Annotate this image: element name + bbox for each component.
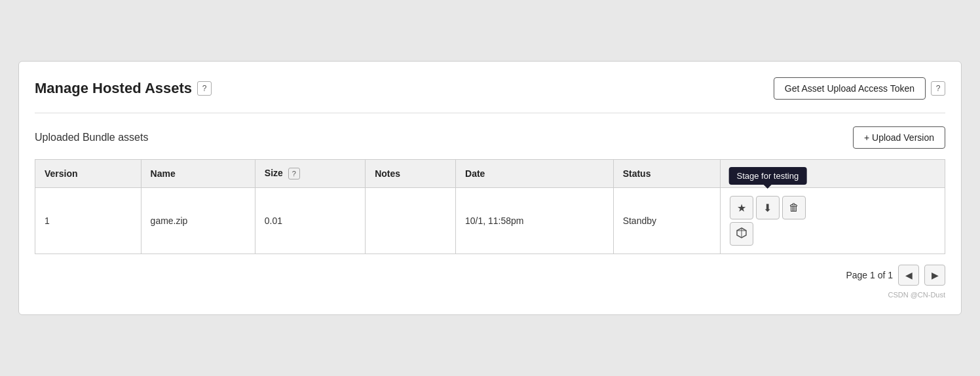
cell-date: 10/1, 11:58pm <box>456 188 614 254</box>
cell-actions: ★ ⬇ Stage for testing 🗑 <box>720 188 945 254</box>
header-divider <box>35 113 945 113</box>
token-help-icon[interactable]: ? <box>931 81 945 96</box>
page-title: Manage Hosted Assets <box>35 80 192 97</box>
assets-table: Version Name Size ? Notes Date Status <box>35 159 945 254</box>
section-title: Uploaded Bundle assets <box>35 132 148 143</box>
col-date: Date <box>456 160 614 188</box>
cell-name: game.zip <box>141 188 255 254</box>
upload-version-button[interactable]: + Upload Version <box>853 126 945 149</box>
col-status: Status <box>613 160 720 188</box>
table-header: Version Name Size ? Notes Date Status <box>35 160 945 188</box>
get-token-button[interactable]: Get Asset Upload Access Token <box>774 77 926 100</box>
star-button[interactable]: ★ <box>730 196 753 219</box>
watermark: CSDN @CN-Dust <box>35 291 945 299</box>
prev-page-button[interactable]: ◀ <box>898 265 919 286</box>
size-help-icon[interactable]: ? <box>288 168 300 179</box>
title-group: Manage Hosted Assets ? <box>35 80 212 97</box>
next-page-button[interactable]: ▶ <box>924 265 945 286</box>
header-actions: Get Asset Upload Access Token ? <box>774 77 945 100</box>
action-buttons-group: ★ ⬇ Stage for testing 🗑 <box>730 196 821 246</box>
title-help-icon[interactable]: ? <box>197 81 212 96</box>
col-notes: Notes <box>366 160 456 188</box>
main-panel: Manage Hosted Assets ? Get Asset Upload … <box>18 61 962 315</box>
pagination: Page 1 of 1 ◀ ▶ <box>35 265 945 286</box>
box-button[interactable] <box>730 222 753 246</box>
star-icon: ★ <box>737 202 746 214</box>
page-info: Page 1 of 1 <box>846 270 893 280</box>
cell-size: 0.01 <box>255 188 365 254</box>
download-button[interactable]: ⬇ <box>756 196 780 219</box>
delete-button[interactable]: 🗑 <box>782 196 806 219</box>
col-actions <box>720 160 945 188</box>
delete-icon: 🗑 <box>789 202 799 214</box>
col-version: Version <box>35 160 141 188</box>
section-header: Uploaded Bundle assets + Upload Version <box>35 126 945 149</box>
cell-notes <box>366 188 456 254</box>
panel-header: Manage Hosted Assets ? Get Asset Upload … <box>35 77 945 100</box>
col-name: Name <box>141 160 255 188</box>
cell-status: Standby <box>613 188 720 254</box>
box-icon <box>736 227 747 241</box>
table-header-row: Version Name Size ? Notes Date Status <box>35 160 945 188</box>
table-body: 1 game.zip 0.01 10/1, 11:58pm Standby ★ … <box>35 188 945 254</box>
cell-version: 1 <box>35 188 141 254</box>
table-row: 1 game.zip 0.01 10/1, 11:58pm Standby ★ … <box>35 188 945 254</box>
download-icon: ⬇ <box>763 202 772 214</box>
col-size: Size ? <box>255 160 365 188</box>
